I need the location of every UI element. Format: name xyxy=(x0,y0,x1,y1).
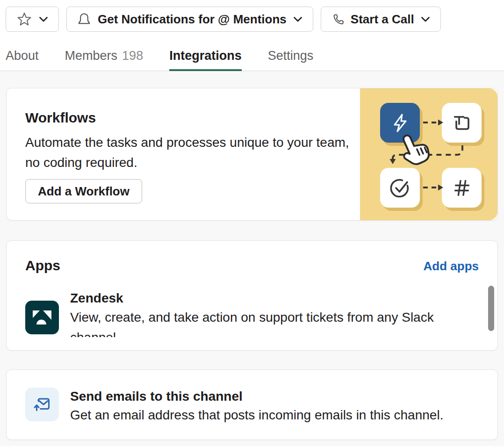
tab-about-label: About xyxy=(6,49,39,63)
start-call-button[interactable]: Start a Call xyxy=(321,7,441,32)
app-list-item-zendesk[interactable]: Zendesk View, create, and take action on… xyxy=(25,290,479,337)
apps-list: Zendesk View, create, and take action on… xyxy=(25,290,479,337)
phone-icon xyxy=(331,13,344,26)
members-count: 198 xyxy=(122,49,143,63)
notifications-button[interactable]: Get Notifications for @ Mentions xyxy=(66,7,313,32)
notifications-button-label: Get Notifications for @ Mentions xyxy=(98,12,287,27)
apps-scrollbar-thumb[interactable] xyxy=(488,286,494,331)
workflows-text-block: Workflows Automate the tasks and process… xyxy=(7,88,360,220)
workflows-illustration xyxy=(360,88,497,220)
email-icon-tile xyxy=(25,388,59,421)
start-call-button-label: Start a Call xyxy=(351,12,414,27)
workflows-description: Automate the tasks and processes unique … xyxy=(25,132,353,173)
star-channel-button[interactable] xyxy=(6,7,59,32)
email-card-title: Send emails to this channel xyxy=(70,389,443,404)
chevron-down-icon xyxy=(421,16,430,22)
tab-settings[interactable]: Settings xyxy=(268,32,314,71)
tab-bar: About Members198 Integrations Settings xyxy=(0,32,504,71)
star-icon xyxy=(16,11,32,27)
zendesk-logo-icon xyxy=(25,301,59,334)
apps-header: Apps Add apps xyxy=(25,258,479,274)
app-description: View, create, and take action on support… xyxy=(70,307,468,337)
workflows-title: Workflows xyxy=(25,110,360,126)
add-workflow-button[interactable]: Add a Workflow xyxy=(25,179,142,203)
channel-details-panel: Get Notifications for @ Mentions Start a… xyxy=(0,0,504,447)
email-text-block: Send emails to this channel Get an email… xyxy=(70,388,443,440)
chevron-down-icon xyxy=(39,16,48,22)
tab-settings-label: Settings xyxy=(268,49,314,63)
tab-members-label: Members xyxy=(65,49,118,63)
send-emails-card[interactable]: Send emails to this channel Get an email… xyxy=(6,369,498,440)
chevron-down-icon xyxy=(293,16,302,22)
app-text-block: Zendesk View, create, and take action on… xyxy=(70,290,468,337)
tab-integrations[interactable]: Integrations xyxy=(169,32,242,71)
add-apps-link[interactable]: Add apps xyxy=(424,259,479,274)
apps-title: Apps xyxy=(25,258,60,274)
email-card-description: Get an email address that posts incoming… xyxy=(70,407,443,423)
tab-members[interactable]: Members198 xyxy=(65,32,144,71)
bell-icon xyxy=(77,12,91,26)
email-inbound-icon xyxy=(32,394,52,415)
apps-card: Apps Add apps Zendesk View, create, and … xyxy=(6,240,498,351)
integrations-tab-content: Workflows Automate the tasks and process… xyxy=(0,71,504,446)
app-name: Zendesk xyxy=(70,291,468,305)
toolbar: Get Notifications for @ Mentions Start a… xyxy=(0,0,504,32)
tab-integrations-label: Integrations xyxy=(169,49,242,63)
workflows-card: Workflows Automate the tasks and process… xyxy=(6,88,498,221)
tab-about[interactable]: About xyxy=(6,32,39,71)
